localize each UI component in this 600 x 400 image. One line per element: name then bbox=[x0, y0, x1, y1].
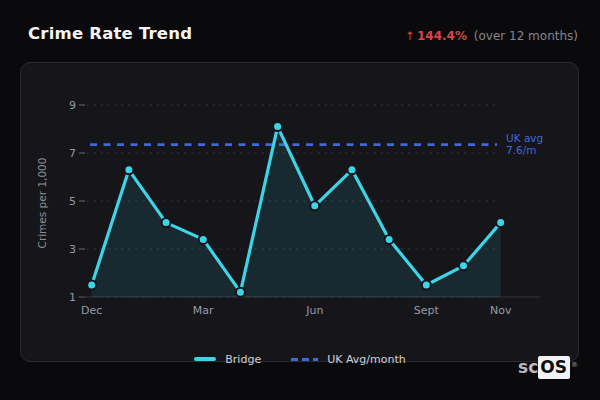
x-tick-label: Dec bbox=[81, 304, 102, 317]
data-point[interactable] bbox=[496, 218, 505, 227]
legend-item-bridge[interactable]: Bridge bbox=[194, 353, 261, 366]
data-point[interactable] bbox=[273, 122, 282, 131]
solid-line-swatch-icon bbox=[194, 357, 216, 361]
x-tick-label: Sept bbox=[414, 304, 440, 317]
logo-prefix: sc bbox=[518, 357, 538, 377]
x-tick-label: Jun bbox=[305, 304, 323, 317]
scos-logo: scOS® bbox=[518, 356, 577, 378]
series-area-fill bbox=[92, 127, 501, 297]
crime-trend-line-chart: 97531Crimes per 1,000DecMarJunSeptNov bbox=[0, 0, 600, 400]
uk-avg-annotation: UK avg 7.6/m bbox=[506, 133, 543, 156]
logo-suffix: OS bbox=[538, 356, 570, 379]
data-point[interactable] bbox=[199, 235, 208, 244]
uk-avg-label: UK avg bbox=[506, 133, 543, 145]
data-point[interactable] bbox=[347, 165, 356, 174]
legend-item-uk-avg[interactable]: UK Avg/month bbox=[291, 353, 406, 366]
data-point[interactable] bbox=[459, 261, 468, 270]
crime-rate-widget: Crime Rate Trend ↑144.4% (over 12 months… bbox=[0, 0, 600, 400]
data-point[interactable] bbox=[310, 201, 319, 210]
y-tick-label: 7 bbox=[69, 147, 76, 160]
y-axis-title: Crimes per 1,000 bbox=[36, 158, 48, 249]
y-tick-label: 9 bbox=[69, 99, 76, 112]
chart-legend: Bridge UK Avg/month bbox=[0, 350, 600, 368]
uk-avg-value: 7.6/m bbox=[506, 145, 543, 157]
y-tick-label: 5 bbox=[69, 195, 76, 208]
legend-label: UK Avg/month bbox=[327, 353, 406, 366]
x-tick-label: Mar bbox=[193, 304, 214, 317]
dashed-line-swatch-icon bbox=[291, 358, 318, 361]
data-point[interactable] bbox=[236, 288, 245, 297]
x-tick-label: Nov bbox=[490, 304, 512, 317]
data-point[interactable] bbox=[124, 165, 133, 174]
data-point[interactable] bbox=[422, 281, 431, 290]
data-point[interactable] bbox=[87, 281, 96, 290]
data-point[interactable] bbox=[385, 235, 394, 244]
y-tick-label: 1 bbox=[69, 291, 76, 304]
registered-mark: ® bbox=[571, 361, 578, 369]
legend-label: Bridge bbox=[225, 353, 261, 366]
data-point[interactable] bbox=[162, 218, 171, 227]
y-tick-label: 3 bbox=[69, 243, 76, 256]
